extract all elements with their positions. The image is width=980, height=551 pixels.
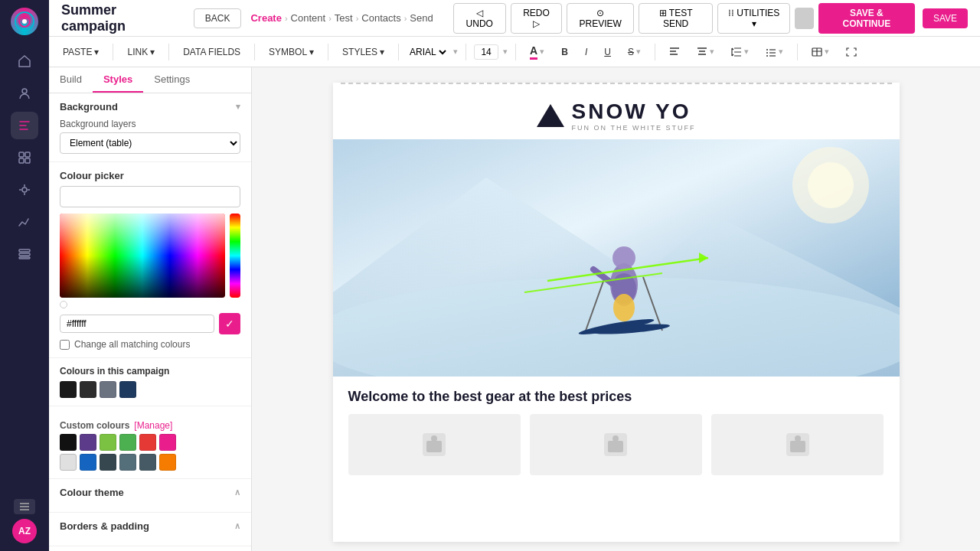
custom-swatch-5[interactable] bbox=[139, 434, 156, 451]
font-color-button[interactable]: A ▾ bbox=[524, 42, 550, 62]
line-height-button[interactable]: ▾ bbox=[725, 44, 755, 59]
hex-input[interactable] bbox=[60, 315, 214, 333]
nav-step-content[interactable]: Content bbox=[291, 12, 326, 24]
hue-bar[interactable] bbox=[230, 214, 240, 298]
sidebar-item-integrations[interactable] bbox=[11, 176, 38, 204]
svg-point-14 bbox=[766, 55, 768, 57]
divider-3 bbox=[254, 44, 255, 60]
expand-sidebar-button[interactable] bbox=[14, 499, 35, 514]
nav-step-test[interactable]: Test bbox=[335, 12, 353, 24]
tab-settings[interactable]: Settings bbox=[143, 67, 201, 93]
svg-point-8 bbox=[22, 187, 27, 192]
display-options-section: Display options ∧ bbox=[49, 546, 251, 551]
welcome-text[interactable]: Welcome to the best gear at the best pri… bbox=[333, 377, 900, 414]
redo-button[interactable]: REDO ▷ bbox=[511, 3, 563, 34]
nav-step-contacts[interactable]: Contacts bbox=[361, 12, 400, 24]
sidebar-item-other[interactable] bbox=[11, 240, 38, 268]
product-card-1[interactable] bbox=[348, 414, 521, 475]
change-matching-row: Change all matching colours bbox=[60, 339, 240, 350]
image-placeholder-btn[interactable] bbox=[795, 8, 814, 29]
sidebar-item-analytics[interactable] bbox=[11, 208, 38, 236]
align-center-button[interactable]: ▾ bbox=[691, 44, 720, 59]
back-button[interactable]: BACK bbox=[194, 8, 242, 28]
custom-swatch-6[interactable] bbox=[159, 434, 176, 451]
italic-button[interactable]: I bbox=[579, 44, 593, 60]
undo-button[interactable]: ◁ UNDO bbox=[453, 3, 506, 34]
product-card-3[interactable] bbox=[711, 414, 884, 475]
sidebar-item-contacts[interactable] bbox=[11, 80, 38, 107]
campaign-swatch-2[interactable] bbox=[80, 381, 96, 398]
svg-rect-10 bbox=[19, 253, 30, 256]
test-send-button[interactable]: ⊞ TEST SEND bbox=[639, 3, 714, 34]
custom-swatch-3[interactable] bbox=[100, 434, 116, 451]
app-logo[interactable] bbox=[11, 8, 38, 35]
font-size-input[interactable] bbox=[474, 44, 498, 60]
nav-step-send[interactable]: Send bbox=[410, 12, 433, 24]
sidebar-item-campaigns[interactable] bbox=[11, 112, 38, 139]
data-fields-button[interactable]: DATA FIELDS bbox=[177, 44, 247, 60]
borders-padding-header[interactable]: Borders & padding ∧ bbox=[60, 520, 240, 532]
left-panel: Build Styles Settings Background ▾ Backg… bbox=[49, 67, 252, 551]
colour-theme-header[interactable]: Colour theme ∧ bbox=[60, 487, 240, 498]
fullscreen-button[interactable] bbox=[840, 45, 863, 59]
colour-theme-chevron: ∧ bbox=[234, 487, 240, 497]
colour-gradient-box[interactable] bbox=[60, 214, 225, 298]
svg-rect-40 bbox=[790, 441, 805, 452]
campaign-swatch-3[interactable] bbox=[100, 381, 116, 398]
background-layers-select[interactable]: Element (table) bbox=[60, 132, 240, 154]
confirm-colour-button[interactable]: ✓ bbox=[219, 313, 240, 334]
background-section-header[interactable]: Background ▾ bbox=[60, 101, 240, 112]
save-continue-button[interactable]: SAVE & CONTINUE bbox=[818, 3, 915, 34]
divider-9 bbox=[797, 44, 798, 60]
product-row bbox=[333, 414, 900, 491]
custom-swatch-10[interactable] bbox=[119, 454, 136, 471]
custom-swatch-12[interactable] bbox=[159, 454, 176, 471]
save-button[interactable]: SAVE bbox=[923, 8, 968, 28]
custom-swatch-1[interactable] bbox=[60, 434, 77, 451]
underline-button[interactable]: U bbox=[598, 44, 617, 60]
tab-styles[interactable]: Styles bbox=[93, 67, 143, 93]
strikethrough-button[interactable]: S▾ bbox=[622, 44, 647, 60]
logo-row: SNOW YO FUN ON THE WHITE STUFF bbox=[333, 84, 900, 139]
product-card-2[interactable] bbox=[530, 414, 702, 475]
edit-toolbar: PASTE ▾ LINK ▾ DATA FIELDS SYMBOL ▾ STYL… bbox=[49, 37, 980, 67]
user-avatar[interactable]: AZ bbox=[12, 519, 37, 543]
nav-step-create[interactable]: Create bbox=[250, 12, 281, 24]
custom-swatch-8[interactable] bbox=[80, 454, 96, 471]
colour-picker-title: Colour picker bbox=[60, 170, 240, 181]
custom-swatch-11[interactable] bbox=[139, 454, 156, 471]
skier-image bbox=[333, 139, 900, 377]
custom-swatch-7[interactable] bbox=[60, 454, 77, 471]
custom-swatch-4[interactable] bbox=[119, 434, 136, 451]
font-select[interactable]: ARIAL bbox=[407, 46, 449, 58]
panel-tabs: Build Styles Settings bbox=[49, 67, 251, 93]
svg-rect-11 bbox=[19, 257, 30, 259]
campaign-swatch-4[interactable] bbox=[119, 381, 136, 398]
body-area: Build Styles Settings Background ▾ Backg… bbox=[49, 67, 980, 551]
sidebar-item-automations[interactable] bbox=[11, 144, 38, 171]
campaign-swatch-1[interactable] bbox=[60, 381, 77, 398]
custom-swatch-9[interactable] bbox=[100, 454, 116, 471]
link-button[interactable]: LINK ▾ bbox=[121, 44, 161, 60]
email-canvas: SNOW YO FUN ON THE WHITE STUFF bbox=[333, 83, 900, 542]
paste-button[interactable]: PASTE ▾ bbox=[57, 44, 105, 60]
colour-preview-input[interactable] bbox=[60, 186, 240, 207]
top-bar: Summer campaign BACK Create › Content › … bbox=[49, 0, 980, 37]
manage-colours-link[interactable]: [Manage] bbox=[134, 420, 172, 431]
sidebar-item-home[interactable] bbox=[11, 47, 38, 75]
change-matching-checkbox[interactable] bbox=[60, 340, 70, 350]
divider-5 bbox=[398, 44, 399, 60]
preview-button[interactable]: ⊙ PREVIEW bbox=[567, 3, 633, 34]
symbol-button[interactable]: SYMBOL ▾ bbox=[263, 44, 320, 60]
toolbar-paste-group: PASTE ▾ bbox=[57, 44, 105, 60]
svg-point-20 bbox=[808, 162, 854, 208]
bold-button[interactable]: B bbox=[555, 44, 574, 60]
custom-swatch-2[interactable] bbox=[80, 434, 96, 451]
table-insert-button[interactable]: ▾ bbox=[805, 44, 835, 59]
utilities-button[interactable]: ⁞⁞ UTILITIES ▾ bbox=[717, 3, 789, 34]
styles-button[interactable]: STYLES ▾ bbox=[336, 44, 390, 60]
tab-build[interactable]: Build bbox=[49, 67, 93, 93]
hero-image[interactable] bbox=[333, 139, 900, 377]
list-button[interactable]: ▾ bbox=[760, 44, 789, 59]
align-left-button[interactable] bbox=[663, 45, 686, 59]
